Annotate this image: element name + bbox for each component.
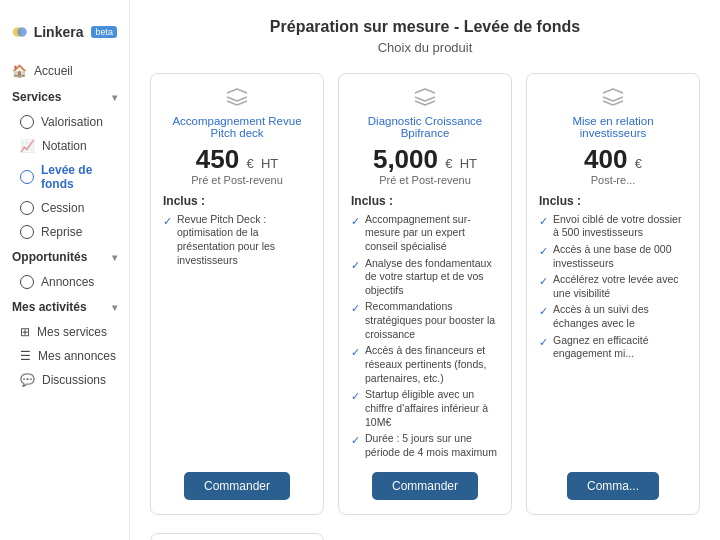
card-diagnostic-billing: Pré et Post-revenu xyxy=(379,174,471,186)
discussions-icon: 💬 xyxy=(20,373,35,387)
feature-item: ✓Accès à un suivi des échanges avec le xyxy=(539,303,687,330)
card-mer-features: ✓Envoi ciblé de votre dossier à 500 inve… xyxy=(539,213,687,364)
check-icon: ✓ xyxy=(351,258,360,298)
cession-icon xyxy=(20,201,34,215)
sidebar-item-mes-services[interactable]: ⊞ Mes services xyxy=(0,320,129,344)
card-diagnostic-features: ✓Accompagnement sur-mesure par un expert… xyxy=(351,213,499,463)
reprise-icon xyxy=(20,225,34,239)
levee-label: Levée de fonds xyxy=(41,163,117,191)
sidebar-item-accueil[interactable]: 🏠 Accueil xyxy=(0,58,129,84)
mes-annonces-label: Mes annonces xyxy=(38,349,116,363)
cards-row-2: Accompagnement Revue BP financier 900 € … xyxy=(150,533,700,540)
card-pitch-title: Accompagnement Revue Pitch deck xyxy=(163,115,311,139)
check-icon: ✓ xyxy=(351,433,360,459)
cession-label: Cession xyxy=(41,201,84,215)
feature-item: ✓Analyse des fondamentaux de votre start… xyxy=(351,257,499,298)
accueil-label: Accueil xyxy=(34,64,73,78)
chevron-down-icon2: ▾ xyxy=(112,252,117,263)
check-icon: ✓ xyxy=(163,214,172,268)
services-label: Services xyxy=(12,90,61,104)
mes-services-label: Mes services xyxy=(37,325,107,339)
sidebar-section-opportunites[interactable]: Opportunités ▾ xyxy=(0,244,129,270)
feature-item: ✓Durée : 5 jours sur une période de 4 mo… xyxy=(351,432,499,459)
layers-icon-diagnostic xyxy=(413,88,437,109)
mes-activites-label: Mes activités xyxy=(12,300,87,314)
card-pitch-includes: Inclus : xyxy=(163,194,205,208)
home-icon: 🏠 xyxy=(12,64,27,78)
card-mer-billing: Post-re... xyxy=(591,174,636,186)
annonces-icon xyxy=(20,275,34,289)
sidebar-item-reprise[interactable]: Reprise xyxy=(0,220,129,244)
card-mer-title: Mise en relation investisseurs xyxy=(539,115,687,139)
notation-label: Notation xyxy=(42,139,87,153)
sidebar-item-valorisation[interactable]: Valorisation xyxy=(0,110,129,134)
chevron-down-icon: ▾ xyxy=(112,92,117,103)
layers-icon-pitch xyxy=(225,88,249,109)
check-icon: ✓ xyxy=(539,244,548,270)
layers-icon-mer xyxy=(601,88,625,109)
main-content: Préparation sur mesure - Levée de fonds … xyxy=(130,0,720,540)
feature-item: ✓Accès à des financeurs et réseaux perti… xyxy=(351,344,499,385)
sidebar-item-mes-annonces[interactable]: ☰ Mes annonces xyxy=(0,344,129,368)
discussions-label: Discussions xyxy=(42,373,106,387)
feature-item: ✓Accompagnement sur-mesure par un expert… xyxy=(351,213,499,254)
sidebar-item-discussions[interactable]: 💬 Discussions xyxy=(0,368,129,392)
notation-icon: 📈 xyxy=(20,139,35,153)
check-icon: ✓ xyxy=(539,335,548,361)
sidebar-item-levee-de-fonds[interactable]: Levée de fonds xyxy=(0,158,129,196)
card-pitch-price: 450 € HT xyxy=(196,145,278,174)
page-title: Préparation sur mesure - Levée de fonds xyxy=(150,18,700,36)
card-bp-financier: Accompagnement Revue BP financier 900 € … xyxy=(150,533,324,540)
feature-item: ✓ Revue Pitch Deck : optimisation de la … xyxy=(163,213,311,268)
card-diagnostic-includes: Inclus : xyxy=(351,194,393,208)
empty-col-3 xyxy=(526,533,700,540)
annonces-label: Annonces xyxy=(41,275,94,289)
sidebar-item-cession[interactable]: Cession xyxy=(0,196,129,220)
sidebar: Linkerabeta 🏠 Accueil Services ▾ Valoris… xyxy=(0,0,130,540)
sidebar-section-mes-activites[interactable]: Mes activités ▾ xyxy=(0,294,129,320)
valorisation-icon xyxy=(20,115,34,129)
check-icon: ✓ xyxy=(351,345,360,385)
commander-button-pitch[interactable]: Commander xyxy=(184,472,290,500)
feature-item: ✓Startup éligible avec un chiffre d'affa… xyxy=(351,388,499,429)
feature-item: ✓Gagnez en efficacité engagement mi... xyxy=(539,334,687,361)
feature-item: ✓Accès à une base de 000 investisseurs xyxy=(539,243,687,270)
logo-icon xyxy=(12,16,28,48)
check-icon: ✓ xyxy=(351,301,360,341)
reprise-label: Reprise xyxy=(41,225,82,239)
feature-item: ✓Envoi ciblé de votre dossier à 500 inve… xyxy=(539,213,687,240)
card-diagnostic-title: Diagnostic Croissance Bpifrance xyxy=(351,115,499,139)
levee-icon xyxy=(20,170,34,184)
sidebar-item-annonces[interactable]: Annonces xyxy=(0,270,129,294)
card-mise-en-relation: Mise en relation investisseurs 400 € Pos… xyxy=(526,73,700,515)
opportunites-label: Opportunités xyxy=(12,250,87,264)
check-icon: ✓ xyxy=(539,304,548,330)
page-subtitle: Choix du produit xyxy=(150,40,700,55)
mes-annonces-icon: ☰ xyxy=(20,349,31,363)
commander-button-mer[interactable]: Comma... xyxy=(567,472,659,500)
mes-services-icon: ⊞ xyxy=(20,325,30,339)
card-pitch: Accompagnement Revue Pitch deck 450 € HT… xyxy=(150,73,324,515)
card-pitch-billing: Pré et Post-revenu xyxy=(191,174,283,186)
check-icon: ✓ xyxy=(351,389,360,429)
sidebar-section-services[interactable]: Services ▾ xyxy=(0,84,129,110)
chevron-down-icon3: ▾ xyxy=(112,302,117,313)
card-pitch-features: ✓ Revue Pitch Deck : optimisation de la … xyxy=(163,213,311,271)
valorisation-label: Valorisation xyxy=(41,115,103,129)
card-mer-includes: Inclus : xyxy=(539,194,581,208)
card-diagnostic-price: 5,000 € HT xyxy=(373,145,477,174)
logo-text: Linkera xyxy=(34,24,84,40)
check-icon: ✓ xyxy=(351,214,360,254)
beta-badge: beta xyxy=(91,26,117,38)
card-mer-price: 400 € xyxy=(584,145,642,174)
commander-button-diagnostic[interactable]: Commander xyxy=(372,472,478,500)
feature-item: ✓Accélérez votre levée avec une visibili… xyxy=(539,273,687,300)
cards-row-1: Accompagnement Revue Pitch deck 450 € HT… xyxy=(150,73,700,515)
check-icon: ✓ xyxy=(539,274,548,300)
card-diagnostic: Diagnostic Croissance Bpifrance 5,000 € … xyxy=(338,73,512,515)
check-icon: ✓ xyxy=(539,214,548,240)
svg-point-1 xyxy=(17,27,27,37)
logo-area: Linkerabeta xyxy=(0,10,129,58)
empty-col-2 xyxy=(338,533,512,540)
sidebar-item-notation[interactable]: 📈 Notation xyxy=(0,134,129,158)
